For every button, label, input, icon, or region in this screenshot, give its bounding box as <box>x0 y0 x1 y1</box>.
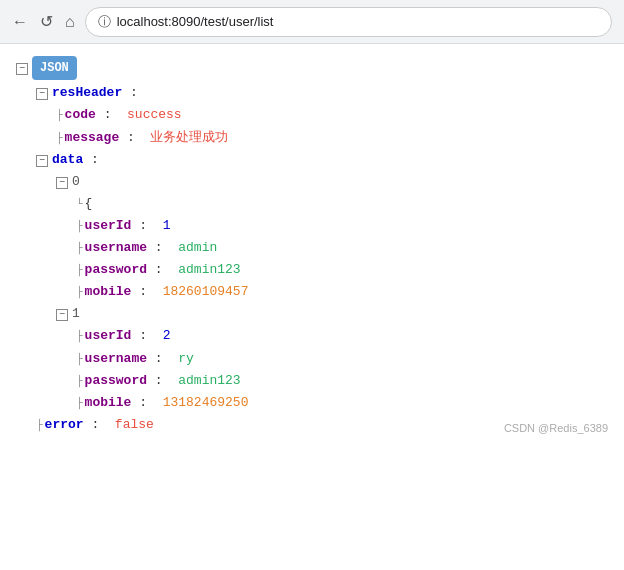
root-row: − JSON <box>16 56 608 82</box>
data-toggle[interactable]: − <box>36 155 48 167</box>
json-content: − JSON − resHeader : ├ code : success ├ … <box>0 44 624 448</box>
code-val: success <box>127 104 182 126</box>
message-val: 业务处理成功 <box>150 127 228 149</box>
code-key: code <box>65 104 96 126</box>
item0-username-key: username <box>85 237 147 259</box>
item1-index: 1 <box>72 303 80 325</box>
item0-mobile-key: mobile <box>85 281 132 303</box>
nav-icons: ← ↺ ⌂ <box>12 12 75 31</box>
item1-username-row: ├ username : ry <box>16 348 608 370</box>
item1-username-val: ry <box>178 348 194 370</box>
browser-chrome: ← ↺ ⌂ ⓘ localhost:8090/test/user/list <box>0 0 624 44</box>
item1-mobile-row: ├ mobile : 13182469250 <box>16 392 608 414</box>
url-text: localhost:8090/test/user/list <box>117 14 274 29</box>
item1-userid-key: userId <box>85 325 132 347</box>
item0-username-row: ├ username : admin <box>16 237 608 259</box>
item1-password-key: password <box>85 370 147 392</box>
item1-mobile-val: 13182469250 <box>163 392 249 414</box>
item0-mobile-val: 18260109457 <box>163 281 249 303</box>
watermark: CSDN @Redis_6389 <box>504 419 608 438</box>
refresh-icon[interactable]: ↺ <box>40 12 53 31</box>
data-row: − data : <box>16 149 608 171</box>
item0-userid-val: 1 <box>163 215 171 237</box>
code-row: ├ code : success <box>16 104 608 126</box>
item1-mobile-key: mobile <box>85 392 132 414</box>
info-icon: ⓘ <box>98 13 111 31</box>
item0-row: − 0 <box>16 171 608 193</box>
item0-brace: └ { <box>16 193 608 215</box>
item1-username-key: username <box>85 348 147 370</box>
root-toggle[interactable]: − <box>16 63 28 75</box>
item0-password-val: admin123 <box>178 259 240 281</box>
item0-index: 0 <box>72 171 80 193</box>
item1-password-row: ├ password : admin123 <box>16 370 608 392</box>
item0-toggle[interactable]: − <box>56 177 68 189</box>
item0-username-val: admin <box>178 237 217 259</box>
item0-password-key: password <box>85 259 147 281</box>
resheader-toggle[interactable]: − <box>36 88 48 100</box>
back-icon[interactable]: ← <box>12 13 28 31</box>
data-key: data <box>52 149 83 171</box>
item1-toggle[interactable]: − <box>56 309 68 321</box>
error-key: error <box>45 414 84 436</box>
item0-userid-key: userId <box>85 215 132 237</box>
resheader-key: resHeader <box>52 82 122 104</box>
json-tag: JSON <box>32 56 77 80</box>
item1-row: − 1 <box>16 303 608 325</box>
home-icon[interactable]: ⌂ <box>65 13 75 31</box>
address-bar[interactable]: ⓘ localhost:8090/test/user/list <box>85 7 612 37</box>
error-val: false <box>115 414 154 436</box>
message-key: message <box>65 127 120 149</box>
item0-userid-row: ├ userId : 1 <box>16 215 608 237</box>
resheader-row: − resHeader : <box>16 82 608 104</box>
item1-password-val: admin123 <box>178 370 240 392</box>
item0-password-row: ├ password : admin123 <box>16 259 608 281</box>
message-row: ├ message : 业务处理成功 <box>16 127 608 149</box>
item1-userid-val: 2 <box>163 325 171 347</box>
item0-mobile-row: ├ mobile : 18260109457 <box>16 281 608 303</box>
item1-userid-row: ├ userId : 2 <box>16 325 608 347</box>
